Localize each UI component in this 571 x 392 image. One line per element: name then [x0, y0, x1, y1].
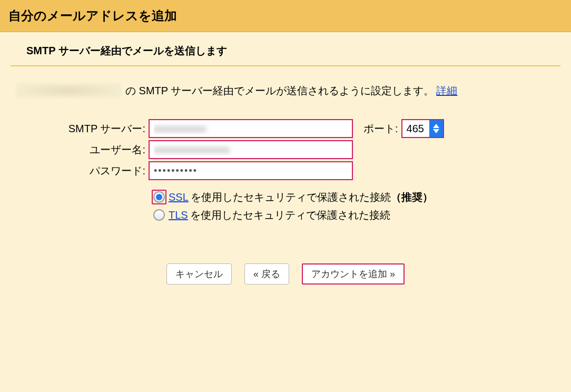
password-label: パスワード: [16, 164, 149, 178]
details-link[interactable]: 詳細 [436, 84, 457, 98]
back-button[interactable]: « 戻る [244, 263, 289, 285]
cancel-button[interactable]: キャンセル [166, 263, 232, 285]
security-radio-group: SSL を使用したセキュリティで保護された接続 （推奨） TLS を使用したセキ… [152, 190, 555, 222]
port-value: 465 [402, 123, 429, 135]
smtp-server-row: SMTP サーバー: ポート: 465 [16, 119, 555, 138]
port-label: ポート: [363, 122, 398, 136]
form-area: SMTP サーバー: ポート: 465 ユーザー名: パスワード: [0, 103, 571, 285]
button-row: キャンセル « 戻る アカウントを追加 » [16, 263, 555, 285]
ssl-radio[interactable] [152, 190, 166, 204]
svg-marker-0 [433, 124, 439, 128]
tls-link[interactable]: TLS [169, 209, 188, 221]
smtp-server-input[interactable] [149, 119, 353, 138]
tls-option-row[interactable]: TLS を使用したセキュリティで保護された接続 [152, 208, 555, 222]
description-text: の SMTP サーバー経由でメールが送信されるように設定します。 [125, 84, 434, 98]
content-area: SMTP サーバー経由でメールを送信します の SMTP サーバー経由でメールが… [0, 32, 571, 392]
ssl-link[interactable]: SSL [169, 191, 189, 203]
description-row: の SMTP サーバー経由でメールが送信されるように設定します。 詳細 [0, 66, 571, 103]
svg-marker-1 [433, 129, 439, 133]
username-input[interactable] [149, 140, 353, 159]
password-row: パスワード: [16, 161, 555, 180]
add-account-button[interactable]: アカウントを追加 » [302, 263, 405, 285]
username-label: ユーザー名: [16, 143, 149, 157]
window-title-bar: 自分のメールアドレスを追加 [0, 0, 571, 32]
port-stepper-icon [429, 120, 443, 137]
redacted-domain [16, 83, 121, 98]
ssl-option-row[interactable]: SSL を使用したセキュリティで保護された接続 （推奨） [152, 190, 555, 204]
password-input[interactable] [149, 161, 353, 180]
username-row: ユーザー名: [16, 140, 555, 159]
tls-radio[interactable] [152, 208, 166, 222]
ssl-text: を使用したセキュリティで保護された接続 [191, 190, 391, 204]
smtp-server-label: SMTP サーバー: [16, 122, 149, 136]
ssl-recommended-text: （推奨） [391, 190, 433, 204]
port-select[interactable]: 465 [401, 119, 444, 138]
window-title: 自分のメールアドレスを追加 [8, 8, 177, 23]
tls-text: を使用したセキュリティで保護された接続 [190, 208, 390, 222]
section-header: SMTP サーバー経由でメールを送信します [11, 32, 560, 66]
